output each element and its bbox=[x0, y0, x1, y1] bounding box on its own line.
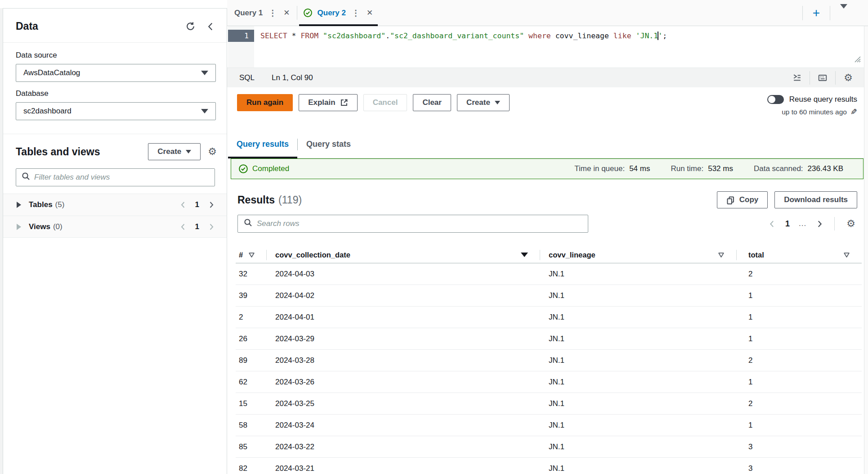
kebab-menu-icon[interactable]: ⋮ bbox=[351, 8, 361, 18]
sort-icon[interactable] bbox=[248, 252, 255, 258]
chevron-right-icon[interactable] bbox=[207, 221, 216, 232]
filter-icon[interactable] bbox=[718, 252, 725, 258]
column-header-index[interactable]: # bbox=[236, 247, 266, 263]
results-count: (119) bbox=[278, 194, 302, 206]
clear-button[interactable]: Clear bbox=[413, 94, 451, 111]
table-cell: 2024-03-26 bbox=[266, 378, 540, 387]
search-rows-input[interactable] bbox=[257, 219, 582, 228]
results-settings-gear-icon[interactable]: ⚙ bbox=[845, 217, 857, 230]
database-value: sc2dashboard bbox=[23, 107, 201, 116]
tab-query-results[interactable]: Query results bbox=[228, 131, 297, 158]
table-cell: 15 bbox=[236, 399, 266, 408]
filter-tables-box bbox=[16, 168, 215, 186]
table-cell: 32 bbox=[236, 270, 266, 279]
data-panel-title: Data bbox=[16, 20, 175, 32]
copy-button[interactable]: Copy bbox=[717, 191, 768, 208]
tables-page-number: 1 bbox=[195, 200, 199, 209]
tab-label: Query 2 bbox=[318, 9, 346, 18]
column-header-total[interactable]: total bbox=[736, 247, 862, 263]
views-group-row[interactable]: Views (0) 1 bbox=[3, 216, 227, 238]
sql-token bbox=[318, 32, 323, 40]
results-controls: 1 ... ⚙ bbox=[237, 215, 857, 233]
kebab-menu-icon[interactable]: ⋮ bbox=[268, 8, 277, 18]
chevron-left-icon[interactable] bbox=[767, 218, 776, 230]
reuse-results-toggle[interactable] bbox=[767, 95, 784, 104]
column-header-covv-lineage[interactable]: covv_lineage bbox=[540, 247, 736, 263]
editor-resize-handle[interactable] bbox=[853, 55, 861, 65]
explain-button[interactable]: Explain bbox=[299, 94, 357, 111]
sql-code-line[interactable]: SELECT * FROM "sc2dashboard"."sc2_dashbo… bbox=[260, 30, 667, 42]
table-cell: JN.1 bbox=[540, 356, 736, 365]
edit-pencil-icon[interactable]: ✎ bbox=[850, 107, 857, 117]
banner-metrics: Time in queue:54 msRun time:532 msData s… bbox=[574, 164, 843, 173]
scrollbar-track[interactable] bbox=[864, 26, 868, 474]
create-button[interactable]: Create bbox=[457, 94, 510, 111]
chevron-left-icon[interactable] bbox=[179, 199, 187, 210]
download-results-button[interactable]: Download results bbox=[774, 191, 857, 208]
tables-settings-gear-icon[interactable]: ⚙ bbox=[206, 145, 219, 158]
format-sql-icon[interactable] bbox=[784, 70, 810, 86]
chevron-right-icon[interactable] bbox=[207, 199, 216, 210]
data-source-value: AwsDataCatalog bbox=[23, 68, 201, 77]
editor-status-bar: SQL Ln 1, Col 90 ⚙ bbox=[227, 68, 868, 87]
run-again-button[interactable]: Run again bbox=[237, 94, 293, 111]
reuse-query-results: Reuse query results up to 60 minutes ago… bbox=[767, 95, 857, 117]
table-cell: 82 bbox=[236, 464, 266, 473]
tab-query-stats[interactable]: Query stats bbox=[298, 131, 359, 158]
filter-icon[interactable] bbox=[843, 252, 850, 258]
tab-query-2[interactable]: Query 2 ⋮ ✕ bbox=[297, 0, 380, 26]
table-row: 22024-04-01JN.11 bbox=[236, 307, 862, 328]
sql-token: "sc2_dashboard_variant_counts" bbox=[390, 32, 524, 40]
collapse-panel-icon[interactable] bbox=[206, 20, 215, 33]
close-icon[interactable]: ✕ bbox=[366, 8, 374, 18]
current-page[interactable]: 1 bbox=[785, 219, 790, 229]
data-source-select[interactable]: AwsDataCatalog bbox=[16, 64, 216, 82]
table-row: 892024-03-28JN.12 bbox=[236, 350, 862, 371]
tab-label: Query stats bbox=[306, 140, 351, 149]
search-rows-box bbox=[237, 215, 588, 233]
results-table-header: # covv_collection_date covv_lineage bbox=[236, 247, 862, 263]
filter-tables-input[interactable] bbox=[34, 173, 209, 182]
filter-icon[interactable] bbox=[521, 253, 528, 257]
expand-right-icon bbox=[17, 224, 21, 230]
table-cell: 2024-03-29 bbox=[266, 334, 540, 343]
line-number: 1 bbox=[228, 30, 254, 42]
language-indicator: SQL bbox=[239, 73, 255, 82]
status-label: Completed bbox=[252, 164, 289, 173]
sql-token: ; bbox=[662, 32, 667, 40]
tables-group-row[interactable]: Tables (5) 1 bbox=[3, 194, 227, 216]
tab-overflow-menu-button[interactable] bbox=[838, 7, 849, 19]
close-icon[interactable]: ✕ bbox=[282, 8, 291, 18]
table-cell: JN.1 bbox=[540, 313, 736, 322]
banner-metric: Run time:532 ms bbox=[671, 164, 733, 173]
chevron-right-icon[interactable] bbox=[815, 218, 824, 230]
table-cell: JN.1 bbox=[540, 464, 736, 473]
chevron-left-icon[interactable] bbox=[179, 221, 187, 232]
new-query-tab-button[interactable]: + bbox=[811, 7, 822, 19]
sql-token: like bbox=[613, 32, 631, 40]
sidebar-create-button[interactable]: Create bbox=[148, 143, 201, 160]
results-header: Results (119) Copy Download results bbox=[237, 191, 857, 208]
divider bbox=[830, 6, 830, 20]
table-cell: 1 bbox=[736, 421, 862, 430]
database-select[interactable]: sc2dashboard bbox=[16, 102, 216, 120]
tables-group-label: Tables bbox=[29, 200, 53, 209]
editor-settings-gear-icon[interactable]: ⚙ bbox=[836, 70, 861, 86]
cancel-label: Cancel bbox=[373, 98, 398, 107]
tab-query-1[interactable]: Query 1 ⋮ ✕ bbox=[228, 0, 297, 26]
views-group-label: Views bbox=[29, 222, 50, 231]
caret-down-icon bbox=[201, 109, 208, 113]
keyboard-shortcuts-icon[interactable] bbox=[810, 70, 835, 86]
cancel-button[interactable]: Cancel bbox=[363, 94, 407, 111]
gear-icon: ⚙ bbox=[844, 73, 853, 83]
run-again-label: Run again bbox=[246, 98, 283, 107]
refresh-icon[interactable] bbox=[183, 19, 197, 33]
table-cell: 2024-03-24 bbox=[266, 421, 540, 430]
column-header-covv-collection-date[interactable]: covv_collection_date bbox=[266, 247, 540, 263]
banner-metric: Data scanned:236.43 KB bbox=[754, 164, 843, 173]
table-row: 582024-03-24JN.11 bbox=[236, 415, 862, 436]
table-cell: 2 bbox=[736, 399, 862, 408]
sql-editor[interactable]: 1 SELECT * FROM "sc2dashboard"."sc2_dash… bbox=[227, 26, 868, 68]
sql-token bbox=[524, 32, 528, 40]
table-cell: 2024-04-01 bbox=[266, 313, 540, 322]
